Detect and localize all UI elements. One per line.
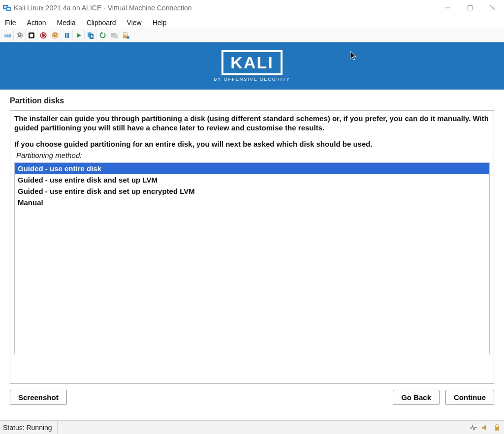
svg-rect-3 (7, 8, 10, 10)
app-icon (3, 4, 11, 12)
partitioning-options-list[interactable]: Guided - use entire disk Guided - use en… (14, 162, 490, 354)
window-title: Kali Linux 2021.4a on ALICE - Virtual Ma… (14, 4, 192, 12)
menu-action[interactable]: Action (27, 19, 46, 27)
svg-rect-10 (6, 34, 7, 35)
installer-description-1: The installer can guide you through part… (14, 114, 490, 132)
svg-rect-31 (124, 34, 127, 35)
close-button[interactable] (481, 0, 504, 16)
checkpoint-icon[interactable] (85, 30, 96, 41)
statusbar: Status: Running (0, 420, 504, 434)
svg-marker-22 (77, 33, 81, 38)
screenshot-button[interactable]: Screenshot (10, 390, 67, 405)
speaker-icon (481, 424, 489, 432)
shutdown-icon[interactable] (26, 30, 37, 41)
installer-main-panel: The installer can guide you through part… (10, 110, 494, 384)
ctrl-alt-del-icon[interactable] (2, 30, 14, 41)
option-manual[interactable]: Manual (15, 197, 489, 208)
maximize-button[interactable] (459, 0, 481, 16)
menu-help[interactable]: Help (153, 19, 167, 27)
svg-rect-20 (65, 33, 66, 38)
svg-rect-5 (468, 6, 472, 10)
status-text: Status: Running (3, 421, 58, 434)
menubar: File Action Media Clipboard View Help (0, 16, 504, 29)
svg-marker-34 (482, 425, 486, 430)
installer-step-title: Partition disks (0, 90, 504, 110)
svg-rect-28 (113, 34, 118, 38)
enhanced-session-icon[interactable] (108, 30, 120, 41)
option-guided-lvm[interactable]: Guided - use entire disk and set up LVM (15, 174, 489, 186)
turnoff-icon[interactable] (14, 30, 26, 41)
svg-point-15 (30, 33, 33, 37)
svg-rect-35 (495, 427, 499, 431)
svg-marker-33 (350, 51, 356, 60)
reset-icon[interactable] (37, 30, 49, 41)
svg-rect-11 (8, 34, 9, 35)
kali-logo-text: KALI (230, 53, 273, 72)
partitioning-method-label: Partitioning method: (16, 151, 490, 159)
window-titlebar: Kali Linux 2021.4a on ALICE - Virtual Ma… (0, 0, 504, 16)
svg-marker-26 (101, 32, 103, 34)
minimize-button[interactable] (436, 0, 459, 16)
revert-icon[interactable] (96, 30, 108, 41)
go-back-button[interactable]: Go Back (393, 390, 440, 405)
menu-view[interactable]: View (127, 19, 142, 27)
save-icon[interactable] (49, 30, 61, 41)
kali-logo: KALI (221, 50, 282, 75)
option-guided-entire-disk[interactable]: Guided - use entire disk (15, 163, 489, 174)
kali-tagline: BY OFFENSIVE SECURITY (214, 77, 290, 82)
vm-viewport: KALI BY OFFENSIVE SECURITY Partition dis… (0, 42, 504, 420)
svg-rect-9 (5, 34, 6, 35)
installer-button-row: Screenshot Go Back Continue (0, 384, 504, 409)
kali-header: KALI BY OFFENSIVE SECURITY (0, 42, 504, 90)
share-icon[interactable] (120, 30, 132, 41)
svg-point-32 (126, 36, 129, 39)
menu-file[interactable]: File (5, 19, 16, 27)
status-icons (470, 424, 501, 432)
svg-rect-30 (124, 33, 127, 34)
toolbar (0, 29, 504, 42)
menu-media[interactable]: Media (57, 19, 75, 27)
svg-rect-21 (67, 33, 69, 38)
pause-icon[interactable] (61, 30, 73, 41)
window-controls (436, 0, 504, 16)
cursor-icon (350, 51, 358, 63)
start-icon[interactable] (73, 30, 85, 41)
lock-icon (493, 424, 501, 432)
network-icon (470, 424, 477, 432)
menu-clipboard[interactable]: Clipboard (87, 19, 116, 27)
option-guided-encrypted-lvm[interactable]: Guided - use entire disk and set up encr… (15, 186, 489, 197)
installer-description-2: If you choose guided partitioning for an… (14, 139, 490, 149)
continue-button[interactable]: Continue (445, 390, 494, 405)
